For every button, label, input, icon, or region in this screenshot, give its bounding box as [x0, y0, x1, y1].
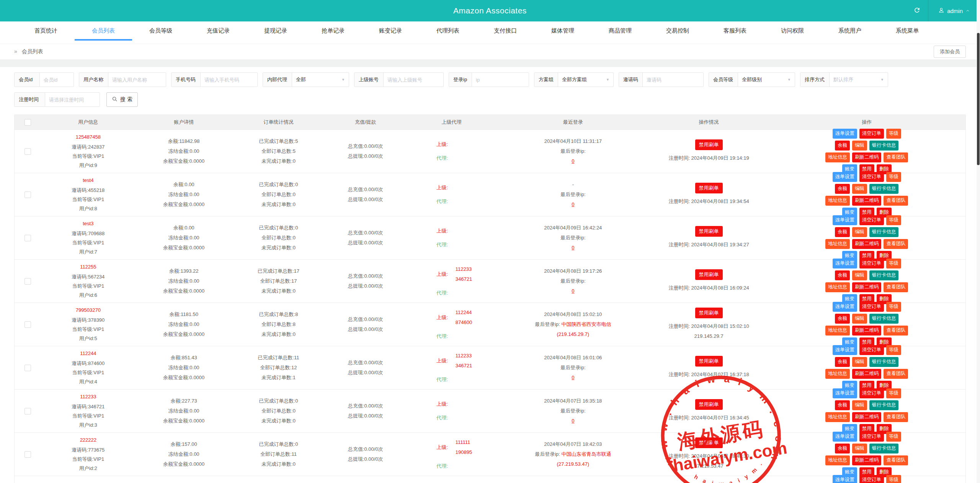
address-info-button[interactable]: 地址信息 — [825, 196, 850, 206]
bank-card-info-button[interactable]: 银行卡信息 — [869, 184, 899, 194]
refresh-qrcode-button[interactable]: 刷新二维码 — [852, 369, 882, 379]
level-button[interactable]: 等级 — [886, 475, 901, 483]
row-checkbox[interactable] — [24, 451, 31, 458]
login-ip-count-link[interactable]: 0 — [572, 200, 574, 210]
tab-支付接口[interactable]: 支付接口 — [477, 21, 534, 41]
balance-button[interactable]: 余额 — [835, 357, 850, 367]
tab-媒体管理[interactable]: 媒体管理 — [534, 21, 591, 41]
row-checkbox[interactable] — [24, 278, 31, 285]
edit-button[interactable]: 编辑 — [852, 270, 867, 280]
phone-filter-input[interactable] — [201, 73, 257, 87]
level-button[interactable]: 等级 — [886, 345, 901, 355]
chain-order-settings-button[interactable]: 连单设置 — [833, 215, 857, 225]
balance-button[interactable]: 余额 — [835, 444, 850, 454]
add-member-button[interactable]: 添加会员 — [934, 46, 966, 58]
level-button[interactable]: 等级 — [886, 259, 901, 269]
bank-card-info-button[interactable]: 银行卡信息 — [869, 141, 899, 151]
scrollbar-thumb[interactable] — [977, 33, 980, 165]
tab-首页统计[interactable]: 首页统计 — [17, 21, 75, 41]
sort-order-filter-select[interactable]: 默认排序▼ — [830, 73, 888, 87]
address-info-button[interactable]: 地址信息 — [825, 455, 850, 465]
level-button[interactable]: 等级 — [886, 302, 901, 312]
user-menu[interactable]: admin — [928, 7, 980, 15]
refresh-qrcode-button[interactable]: 刷新二维码 — [852, 282, 882, 292]
disable-brushing-button[interactable]: 禁用刷单 — [695, 308, 723, 318]
parent-account-filter-input[interactable] — [384, 73, 443, 87]
row-checkbox[interactable] — [24, 321, 31, 328]
tab-商品管理[interactable]: 商品管理 — [591, 21, 649, 41]
register-time-filter-input[interactable] — [45, 93, 100, 106]
bank-card-info-button[interactable]: 银行卡信息 — [869, 314, 899, 324]
login-ip-count-link[interactable]: 0 — [572, 243, 574, 253]
chain-order-settings-button[interactable]: 连单设置 — [833, 345, 857, 355]
view-team-button[interactable]: 查看团队 — [884, 369, 908, 379]
edit-button[interactable]: 编辑 — [852, 227, 867, 237]
tab-抢单记录[interactable]: 抢单记录 — [304, 21, 362, 41]
view-team-button[interactable]: 查看团队 — [884, 326, 908, 336]
edit-button[interactable]: 编辑 — [852, 314, 867, 324]
disable-brushing-button[interactable]: 禁用刷单 — [695, 437, 723, 448]
chain-order-settings-button[interactable]: 连单设置 — [833, 302, 857, 312]
level-button[interactable]: 等级 — [886, 388, 901, 398]
select-all-checkbox[interactable] — [24, 119, 31, 126]
plan-group-filter-select[interactable]: 全部方案组▼ — [558, 73, 613, 87]
chain-order-settings-button[interactable]: 连单设置 — [833, 432, 857, 442]
view-team-button[interactable]: 查看团队 — [884, 239, 908, 249]
balance-button[interactable]: 余额 — [835, 314, 850, 324]
refresh-button[interactable] — [906, 0, 928, 21]
refresh-qrcode-button[interactable]: 刷新二维码 — [852, 455, 882, 465]
tab-账变记录[interactable]: 账变记录 — [362, 21, 419, 41]
row-checkbox[interactable] — [24, 192, 31, 198]
bank-card-info-button[interactable]: 银行卡信息 — [869, 444, 899, 454]
disable-brushing-button[interactable]: 禁用刷单 — [695, 269, 723, 280]
clear-orders-button[interactable]: 清空订单 — [859, 302, 884, 312]
search-button[interactable]: 搜 索 — [106, 92, 138, 107]
balance-button[interactable]: 余额 — [835, 270, 850, 280]
tab-提现记录[interactable]: 提现记录 — [247, 21, 304, 41]
refresh-qrcode-button[interactable]: 刷新二维码 — [852, 152, 882, 162]
login-ip-count-link[interactable]: 0 — [572, 416, 574, 426]
clear-orders-button[interactable]: 清空订单 — [859, 172, 884, 182]
clear-orders-button[interactable]: 清空订单 — [859, 345, 884, 355]
edit-button[interactable]: 编辑 — [852, 357, 867, 367]
disable-brushing-button[interactable]: 禁用刷单 — [695, 139, 723, 150]
view-team-button[interactable]: 查看团队 — [884, 412, 908, 422]
level-button[interactable]: 等级 — [886, 215, 901, 225]
level-button[interactable]: 等级 — [886, 172, 901, 182]
level-button[interactable]: 等级 — [886, 432, 901, 442]
edit-button[interactable]: 编辑 — [852, 400, 867, 410]
disable-brushing-button[interactable]: 禁用刷单 — [695, 356, 723, 367]
chain-order-settings-button[interactable]: 连单设置 — [833, 129, 857, 139]
tab-会员列表[interactable]: 会员列表 — [75, 21, 132, 41]
row-checkbox[interactable] — [24, 365, 31, 371]
edit-button[interactable]: 编辑 — [852, 444, 867, 454]
member-level-filter-select[interactable]: 全部级别▼ — [738, 73, 795, 87]
disable-brushing-button[interactable]: 禁用刷单 — [695, 226, 723, 237]
tab-系统菜单[interactable]: 系统菜单 — [879, 21, 936, 41]
row-checkbox[interactable] — [24, 148, 31, 155]
view-team-button[interactable]: 查看团队 — [884, 282, 908, 292]
view-team-button[interactable]: 查看团队 — [884, 152, 908, 162]
clear-orders-button[interactable]: 清空订单 — [859, 129, 884, 139]
balance-button[interactable]: 余额 — [835, 227, 850, 237]
tab-系统用户[interactable]: 系统用户 — [821, 21, 879, 41]
bank-card-info-button[interactable]: 银行卡信息 — [869, 227, 899, 237]
address-info-button[interactable]: 地址信息 — [825, 326, 850, 336]
clear-orders-button[interactable]: 清空订单 — [859, 388, 884, 398]
internal-agent-filter-select[interactable]: 全部▼ — [292, 73, 349, 87]
address-info-button[interactable]: 地址信息 — [825, 152, 850, 162]
invite-code-filter-input[interactable] — [643, 73, 703, 87]
refresh-qrcode-button[interactable]: 刷新二维码 — [852, 239, 882, 249]
refresh-qrcode-button[interactable]: 刷新二维码 — [852, 412, 882, 422]
balance-button[interactable]: 余额 — [835, 184, 850, 194]
tab-客服列表[interactable]: 客服列表 — [706, 21, 764, 41]
tab-访问权限[interactable]: 访问权限 — [764, 21, 821, 41]
chain-order-settings-button[interactable]: 连单设置 — [833, 388, 857, 398]
refresh-qrcode-button[interactable]: 刷新二维码 — [852, 326, 882, 336]
address-info-button[interactable]: 地址信息 — [825, 412, 850, 422]
login-ip-count-link[interactable]: 0 — [572, 373, 574, 383]
view-team-button[interactable]: 查看团队 — [884, 455, 908, 465]
disable-brushing-button[interactable]: 禁用刷单 — [695, 183, 723, 193]
login-ip-filter-input[interactable] — [472, 73, 529, 87]
view-team-button[interactable]: 查看团队 — [884, 196, 908, 206]
